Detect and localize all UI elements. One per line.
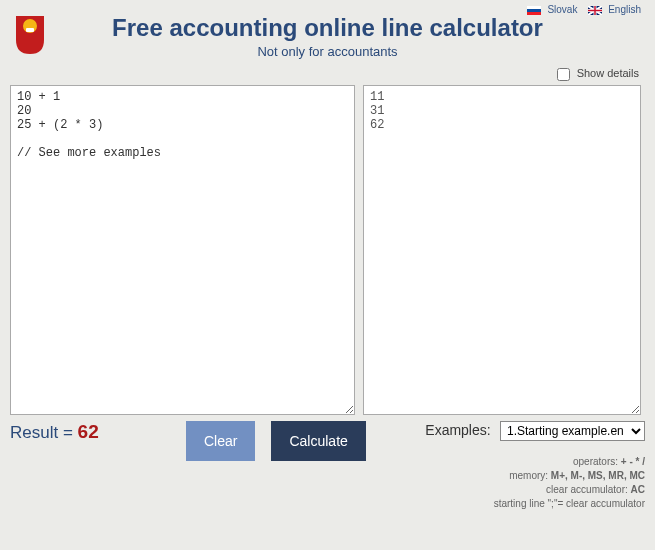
hint-memory-value: M+, M-, MS, MR, MC [551, 470, 645, 481]
hint-clear-value: AC [631, 484, 645, 495]
clear-button[interactable]: Clear [186, 421, 255, 461]
hint-clear-label: clear accumulator: [546, 484, 630, 495]
page-title: Free accounting online line calculator [0, 14, 655, 42]
hint-operators-label: operators: [573, 456, 621, 467]
examples-label: Examples: [425, 422, 490, 438]
hint-starting-line: starting line ";"= clear accumulator [425, 497, 645, 511]
svg-rect-2 [527, 12, 541, 15]
logo-icon [14, 14, 46, 56]
hint-operators-value: + - * / [621, 456, 645, 467]
flag-english-icon [588, 6, 602, 15]
lang-slovak-link[interactable]: Slovak [547, 4, 577, 15]
show-details-label[interactable]: Show details [577, 67, 639, 79]
result-value: 62 [78, 421, 99, 442]
calculate-button[interactable]: Calculate [271, 421, 365, 461]
result-display: Result = 62 [10, 421, 170, 443]
show-details-checkbox[interactable] [557, 68, 570, 81]
svg-rect-0 [527, 6, 541, 9]
flag-slovak-icon [527, 6, 541, 15]
page-subtitle: Not only for accountants [0, 44, 655, 59]
examples-select[interactable]: 1.Starting example.en [500, 421, 645, 441]
svg-rect-1 [527, 9, 541, 12]
hint-memory-label: memory: [509, 470, 551, 481]
lang-english-link[interactable]: English [608, 4, 641, 15]
input-textarea[interactable] [10, 85, 355, 415]
hints-block: operators: + - * / memory: M+, M-, MS, M… [425, 455, 645, 511]
output-textarea[interactable] [363, 85, 641, 415]
svg-rect-5 [26, 28, 34, 32]
result-label: Result = [10, 423, 78, 442]
